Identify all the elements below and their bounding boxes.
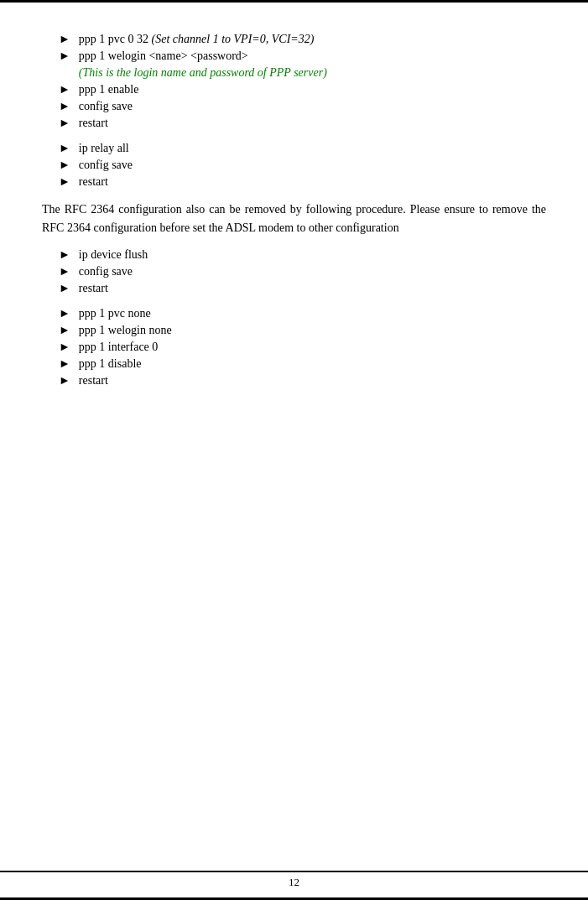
list-item: ► (This is the login name and password o… — [42, 66, 546, 80]
bullet-arrow: ► — [59, 248, 70, 262]
command-text: ppp 1 pvc none — [79, 307, 151, 320]
description-paragraph: The RFC 2364 configuration also can be r… — [42, 200, 546, 237]
command-text: restart — [79, 374, 108, 388]
bullet-arrow: ► — [59, 357, 70, 371]
bullet-arrow: ► — [59, 142, 70, 155]
bullet-arrow: ► — [59, 324, 70, 337]
bullet-arrow: ► — [59, 307, 70, 320]
section2-list: ► ip relay all ► config save ► restart — [42, 142, 546, 189]
command-text: config save — [79, 159, 133, 172]
list-item: ► ppp 1 welogin none — [42, 324, 546, 337]
bullet-arrow: ► — [59, 341, 70, 354]
list-item: ► ppp 1 pvc none — [42, 307, 546, 320]
bullet-arrow: ► — [59, 374, 70, 388]
command-text: restart — [79, 175, 108, 189]
command-text: ppp 1 enable — [79, 83, 139, 96]
page-footer: 12 — [0, 871, 588, 889]
bullet-arrow: ► — [59, 100, 70, 113]
bullet-arrow: ► — [59, 49, 70, 63]
bullet-arrow: ► — [59, 265, 70, 278]
bullet-arrow: ► — [59, 83, 70, 96]
command-text: ppp 1 disable — [79, 357, 142, 371]
bullet-arrow: ► — [59, 33, 70, 46]
section1-list: ► ppp 1 pvc 0 32 (Set channel 1 to VPI=0… — [42, 33, 546, 130]
command-text: restart — [79, 282, 108, 295]
list-item: ► ppp 1 interface 0 — [42, 341, 546, 354]
command-text: ppp 1 welogin none — [79, 324, 172, 337]
command-text: config save — [79, 265, 133, 278]
list-item: ► ip device flush — [42, 248, 546, 262]
italic-note: (Set channel 1 to VPI=0, VCI=32) — [152, 33, 315, 45]
bullet-arrow: ► — [59, 117, 70, 130]
command-text: ip relay all — [79, 142, 129, 155]
list-item: ► ppp 1 enable — [42, 83, 546, 96]
list-item: ► restart — [42, 282, 546, 295]
list-item: ► config save — [42, 100, 546, 113]
list-item: ► ip relay all — [42, 142, 546, 155]
page-number: 12 — [289, 876, 299, 888]
list-item: ► ppp 1 disable — [42, 357, 546, 371]
command-text: config save — [79, 100, 133, 113]
main-content: ► ppp 1 pvc 0 32 (Set channel 1 to VPI=0… — [34, 18, 554, 404]
page: ► ppp 1 pvc 0 32 (Set channel 1 to VPI=0… — [0, 0, 588, 900]
command-text: ppp 1 interface 0 — [79, 341, 158, 354]
command-text: ppp 1 welogin <name> <password> — [79, 49, 248, 63]
bullet-arrow: ► — [59, 175, 70, 189]
list-item: ► ppp 1 pvc 0 32 (Set channel 1 to VPI=0… — [42, 33, 546, 46]
command-text: ip device flush — [79, 248, 148, 262]
italic-green-note: (This is the login name and password of … — [79, 66, 327, 80]
bullet-arrow: ► — [59, 159, 70, 172]
list-item: ► restart — [42, 175, 546, 189]
list-item: ► restart — [42, 374, 546, 388]
list-item: ► config save — [42, 159, 546, 172]
section4-list: ► ppp 1 pvc none ► ppp 1 welogin none ► … — [42, 307, 546, 388]
list-item: ► ppp 1 welogin <name> <password> — [42, 49, 546, 63]
command-text: restart — [79, 117, 108, 130]
list-item: ► restart — [42, 117, 546, 130]
list-item: ► config save — [42, 265, 546, 278]
bullet-arrow: ► — [59, 282, 70, 295]
section3-list: ► ip device flush ► config save ► restar… — [42, 248, 546, 295]
command-text: ppp 1 pvc 0 32 (Set channel 1 to VPI=0, … — [79, 33, 315, 46]
